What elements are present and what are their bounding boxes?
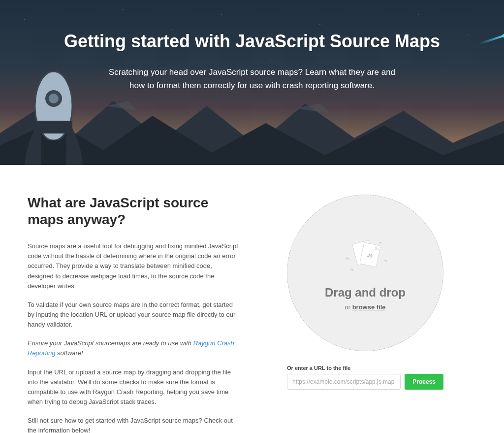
browse-file-link[interactable]: browse file xyxy=(352,303,386,311)
hero-banner: Getting started with JavaScript Source M… xyxy=(0,0,504,165)
article-p4: Input the URL or upload a source map by … xyxy=(28,367,239,407)
hero-title: Getting started with JavaScript Source M… xyxy=(0,31,504,52)
hero-subtitle: Scratching your head over JavaScript sou… xyxy=(104,66,400,92)
process-button[interactable]: Process xyxy=(405,374,443,390)
dropzone-or: or browse file xyxy=(345,303,385,311)
main-content: What are JavaScript source maps anyway? … xyxy=(0,165,504,433)
article-p5: Still not sure how to get started with J… xyxy=(28,416,239,433)
article-p3: Ensure your JavaScript sourcemaps are re… xyxy=(28,338,239,358)
file-dropzone[interactable]: JS JS Drag and drop or browse file xyxy=(287,195,443,351)
article-heading: What are JavaScript source maps anyway? xyxy=(28,195,239,228)
dropzone-title: Drag and drop xyxy=(325,286,406,300)
article-p2: To validate if your own source maps are … xyxy=(28,300,239,330)
article-p1: Source maps are a useful tool for debugg… xyxy=(28,241,239,291)
svg-rect-4 xyxy=(35,121,72,133)
svg-point-6 xyxy=(49,94,59,103)
js-files-icon: JS JS xyxy=(336,235,395,277)
url-input[interactable] xyxy=(287,374,401,390)
url-input-label: Or enter a URL to the file xyxy=(287,365,443,371)
